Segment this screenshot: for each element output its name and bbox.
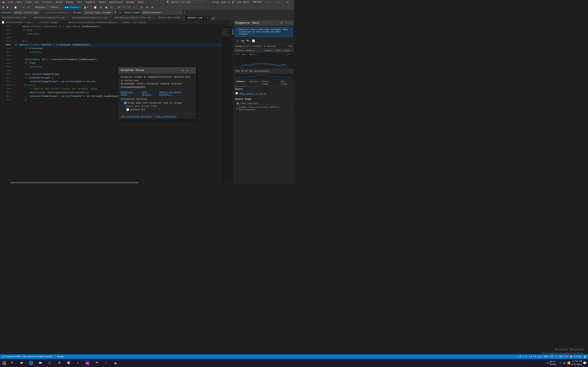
menu-project[interactable]: Project bbox=[41, 1, 54, 4]
svg-rect-13 bbox=[242, 54, 244, 55]
hot-reload-button[interactable]: 🔥 ▾ bbox=[82, 5, 90, 9]
summary-link[interactable]: Summary bbox=[264, 50, 273, 52]
tab-close-qwindowsscreen[interactable]: ✕ bbox=[28, 17, 29, 19]
thread-dropdown[interactable]: [13764] Main Thread ▾ bbox=[83, 11, 113, 15]
tab-split-btn[interactable]: ⊞ bbox=[211, 17, 213, 20]
diag-snapshot-btn[interactable]: 📷 bbox=[241, 39, 245, 43]
exception-play-btn[interactable]: ▶ bbox=[181, 68, 185, 72]
tab-close-qwindowsintegration[interactable]: ✕ bbox=[67, 17, 68, 19]
configuration-dropdown[interactable]: Release ▾ bbox=[34, 5, 48, 9]
menu-test[interactable]: Test bbox=[75, 1, 84, 4]
run-to-cursor-button[interactable]: ⤵ bbox=[132, 5, 136, 9]
horizontal-scrollbar[interactable] bbox=[0, 182, 234, 184]
enable-heap-row[interactable]: ⚙ Enable heap profiling (affects perform… bbox=[235, 105, 293, 111]
misc-files-label[interactable]: Miscellaneous Files bbox=[6, 21, 31, 24]
step-over-button[interactable]: ⬇ bbox=[117, 5, 121, 9]
menu-window[interactable]: Window bbox=[125, 1, 136, 4]
undo-button[interactable]: ↩ bbox=[21, 5, 26, 9]
bracket-icon-3866[interactable]: ⊟ bbox=[15, 76, 17, 80]
svg-rect-7 bbox=[222, 32, 231, 32]
lifecycle-events-btn[interactable]: ⚡ Lifecycle Events ▾ bbox=[43, 11, 69, 14]
exception-dock-btn[interactable]: ⊟ bbox=[186, 68, 189, 72]
menu-debug[interactable]: Debug bbox=[65, 1, 75, 4]
stop-button[interactable]: ⏹ bbox=[104, 5, 109, 9]
menu-view[interactable]: View bbox=[24, 1, 33, 4]
tab-close-qwindowsgdi[interactable]: ✕ bbox=[109, 17, 110, 19]
exception-title: Exception Thrown bbox=[121, 69, 144, 72]
tab-close-qobject[interactable]: ✕ bbox=[204, 17, 205, 19]
diag-tab-memory[interactable]: Memory Usage bbox=[260, 80, 279, 86]
diag-chart-btn[interactable]: 📊 bbox=[251, 39, 256, 43]
frame-options-btn[interactable]: ⚙ bbox=[184, 11, 185, 14]
pause-button[interactable]: ⏸ bbox=[98, 5, 103, 9]
step-out-button[interactable]: ↗ bbox=[127, 5, 131, 9]
scope-label[interactable]: (Global Scope) bbox=[39, 21, 58, 24]
diag-tab-cpu[interactable]: CPU Usage bbox=[279, 80, 294, 86]
menu-git[interactable]: Git bbox=[33, 1, 41, 4]
show-events-link[interactable]: Show Events (1 of 1) bbox=[240, 92, 267, 95]
tab-close-qwindowssystem[interactable]: ✕ bbox=[153, 17, 154, 19]
take-snapshot-row[interactable]: 📷 Take Snapshot bbox=[235, 101, 293, 105]
forward-button[interactable]: ▶ bbox=[6, 5, 10, 9]
save-button[interactable]: 💾 bbox=[13, 5, 18, 9]
code-editor[interactable]: 3852 3853 3854 3855 3856 3857 3858 3859 … bbox=[0, 25, 234, 182]
live-share-button[interactable]: 🔗 Live Share bbox=[232, 1, 250, 3]
stack-frame-dropdown[interactable]: doActivate<0> ▾ bbox=[141, 11, 182, 15]
bracket-icon-3868[interactable]: ⊟ bbox=[15, 83, 17, 87]
diag-settings-btn[interactable]: ⚙ bbox=[284, 21, 288, 25]
arch-dropdown[interactable]: ARM64 ▾ bbox=[49, 5, 61, 9]
tab-qobject[interactable]: qobject.cpp ✕ ⊕ bbox=[185, 15, 210, 20]
menu-tools[interactable]: Tools bbox=[97, 1, 107, 4]
restart-button[interactable]: ↺ bbox=[109, 5, 114, 9]
sign-in-button[interactable]: Sign in bbox=[221, 1, 230, 3]
bracket-icon-3856[interactable]: ⊟ bbox=[15, 39, 17, 43]
diag-close-btn[interactable]: ✕ bbox=[289, 21, 292, 25]
break-on-exception-row: Break when this exception type is thrown bbox=[124, 101, 194, 104]
tab-qwindowssystem[interactable]: qwindowssysteminterface.cpp ✕ bbox=[113, 15, 156, 20]
show-call-stack-link[interactable]: Show Call Stack bbox=[121, 91, 140, 96]
tab-qwindowsintegration[interactable]: qwindowsintegration.cpp ✕ bbox=[32, 15, 70, 20]
continue-button[interactable]: ▶ ▶ Continue ▾ bbox=[64, 5, 81, 9]
debug-toolbar: ◀ ▶ 💾 ↩ ↪ Release ▾ ARM64 ▾ ▶ ▶ Continue… bbox=[0, 4, 294, 10]
except-option-checkbox[interactable] bbox=[126, 108, 129, 111]
svg-text:Priv...: Priv... bbox=[252, 54, 259, 55]
menu-build[interactable]: Build bbox=[54, 1, 64, 4]
process-dropdown[interactable]: [9748] nxtray.exe ▾ bbox=[13, 11, 40, 15]
menu-file[interactable]: File bbox=[6, 1, 15, 4]
maximize-button[interactable]: ☐ bbox=[274, 0, 283, 4]
exception-close-btn[interactable]: ✕ bbox=[190, 68, 194, 72]
live-share-session-link[interactable]: Start Live Share session... bbox=[159, 91, 194, 96]
menu-extensions[interactable]: Extensions bbox=[108, 1, 124, 4]
tab-close-source-not-found[interactable]: ✕ bbox=[182, 17, 183, 19]
prev-bookmark-button[interactable]: ⬅ bbox=[145, 5, 149, 9]
info-banner-close-btn[interactable]: ✕ bbox=[291, 28, 292, 31]
menu-edit[interactable]: Edit bbox=[15, 1, 24, 4]
close-button[interactable]: ✕ bbox=[283, 0, 292, 4]
copy-details-link[interactable]: Copy Details bbox=[142, 91, 157, 96]
diag-search-btn[interactable]: 🔍 bbox=[246, 39, 250, 43]
minimize-button[interactable]: — bbox=[264, 0, 274, 4]
edit-conditions-link[interactable]: Edit Conditions bbox=[156, 115, 176, 118]
tab-settings-btn[interactable]: ⚙ bbox=[213, 17, 215, 20]
break-exception-checkbox[interactable] bbox=[124, 101, 127, 104]
exception-settings-header[interactable]: ▼ Exception Settings bbox=[121, 98, 194, 100]
menu-help[interactable]: Help bbox=[137, 1, 145, 4]
menu-analyze[interactable]: Analyze bbox=[84, 1, 97, 4]
diag-pin-btn[interactable]: 📌 bbox=[280, 21, 283, 25]
step-into-button[interactable]: ↘ bbox=[122, 5, 126, 9]
diag-settings-tool-btn[interactable]: ⚙ bbox=[235, 39, 240, 43]
diag-tab-summary[interactable]: Summary bbox=[234, 80, 247, 86]
tab-qwindowsgdi[interactable]: qwindowsgdiintegration.cpp ✕ bbox=[70, 15, 113, 20]
vertical-scrollbar[interactable] bbox=[232, 25, 234, 182]
editor-split-btn[interactable]: ⊕ bbox=[231, 21, 232, 24]
memory-usage-link[interactable]: Memory Usage ↓ bbox=[275, 50, 292, 52]
bookmark-button[interactable]: 🔖 bbox=[139, 5, 144, 9]
diag-tab-events[interactable]: Events bbox=[247, 80, 260, 86]
tab-qwindowsscreen[interactable]: qwindowsscreen.cpp ✕ bbox=[0, 15, 32, 20]
back-button[interactable]: ◀ bbox=[1, 5, 5, 9]
open-exception-settings-link[interactable]: Open Exception Settings bbox=[121, 115, 152, 118]
redo-button[interactable]: ↪ bbox=[26, 5, 31, 9]
next-bookmark-button[interactable]: ➡ bbox=[150, 5, 154, 9]
tab-source-not-found[interactable]: Source Not Found ✕ bbox=[156, 15, 185, 20]
breakpoints-button[interactable]: ⬤ bbox=[93, 5, 98, 9]
